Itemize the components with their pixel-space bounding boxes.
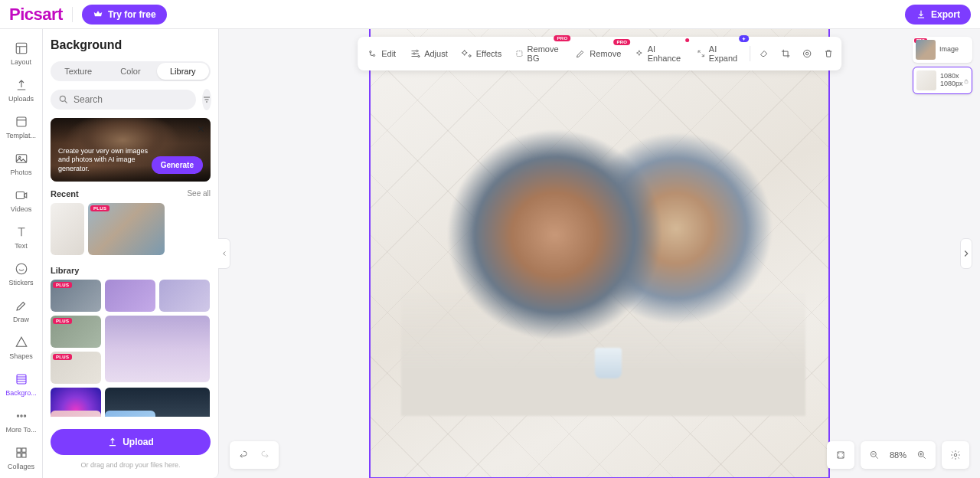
- redo-button[interactable]: [254, 444, 276, 466]
- zoom-out-button[interactable]: [864, 444, 885, 466]
- close-icon[interactable]: ×: [198, 123, 204, 136]
- layer-item-image[interactable]: PRO Image: [913, 37, 972, 63]
- stickers-icon: [15, 262, 28, 276]
- eraser-button[interactable]: [754, 44, 774, 64]
- canvas-wrap[interactable]: [219, 29, 980, 478]
- plus-badge: PLUS: [53, 318, 72, 324]
- dot-badge: [685, 38, 689, 42]
- videos-icon: [15, 188, 28, 202]
- expand-layers-handle[interactable]: [960, 238, 972, 269]
- search-input[interactable]: [74, 94, 188, 105]
- layer-item-background[interactable]: 1080x1080px: [913, 67, 972, 94]
- search-box[interactable]: [51, 90, 196, 110]
- tool-label: Edit: [381, 49, 396, 58]
- svg-point-5: [16, 264, 27, 274]
- recent-header: Recent See all: [51, 189, 211, 198]
- try-free-button[interactable]: Try for free: [82, 5, 167, 25]
- filter-button[interactable]: [202, 89, 211, 110]
- sidebar-item-shapes[interactable]: Shapes: [0, 329, 42, 366]
- tab-library[interactable]: Library: [157, 63, 209, 80]
- sidebar-item-videos[interactable]: Videos: [0, 182, 42, 219]
- library-thumb[interactable]: PLUS: [51, 316, 101, 348]
- svg-rect-20: [517, 51, 522, 57]
- library-thumb[interactable]: PLUS: [51, 280, 101, 312]
- layer-label: Image: [939, 46, 959, 54]
- divider: [72, 7, 73, 22]
- sidebar-item-layout[interactable]: Layout: [0, 35, 42, 72]
- artboard[interactable]: [369, 29, 830, 478]
- svg-rect-12: [17, 453, 21, 457]
- export-button[interactable]: Export: [905, 5, 971, 25]
- sidebar-item-uploads[interactable]: Uploads: [0, 72, 42, 109]
- photos-icon: [15, 152, 28, 165]
- library-thumb[interactable]: [159, 280, 210, 312]
- effects-icon: [462, 48, 472, 59]
- collapse-panel-handle[interactable]: [218, 238, 230, 269]
- adjust-button[interactable]: Adjust: [403, 44, 454, 64]
- upload-label: Upload: [122, 437, 154, 447]
- library-thumb[interactable]: [105, 280, 155, 312]
- try-free-label: Try for free: [108, 9, 156, 20]
- library-thumb[interactable]: [105, 316, 210, 382]
- tool-label: AI Expand: [709, 44, 740, 63]
- crop-button[interactable]: [776, 44, 795, 64]
- templates-icon: [15, 115, 28, 129]
- layer-thumb: [916, 40, 936, 60]
- sidebar-item-text[interactable]: Text: [0, 219, 42, 256]
- chevron-left-icon: [220, 250, 228, 257]
- logo[interactable]: Picsart: [9, 5, 63, 25]
- promo-text: Create your very own images and photos w…: [58, 147, 152, 174]
- sidebar-item-background[interactable]: Backgro...: [0, 366, 42, 403]
- undo-button[interactable]: [233, 444, 254, 466]
- svg-rect-0: [16, 43, 27, 54]
- recent-thumb[interactable]: [51, 203, 84, 255]
- svg-point-14: [60, 96, 65, 101]
- generate-button[interactable]: Generate: [152, 156, 203, 174]
- sidebar-item-stickers[interactable]: Stickers: [0, 256, 42, 293]
- ai-generator-promo[interactable]: × Create your very own images and photos…: [51, 118, 211, 182]
- layer-label: 1080x1080px: [940, 73, 963, 88]
- library-thumb[interactable]: PLUS: [51, 352, 101, 384]
- library-thumb[interactable]: [51, 411, 101, 417]
- adjust-icon: [410, 48, 420, 59]
- upload-button[interactable]: Upload: [51, 429, 211, 455]
- zoom-in-icon: [916, 450, 927, 460]
- tab-color[interactable]: Color: [104, 63, 156, 80]
- sidebar-item-more-tools[interactable]: More To...: [0, 403, 42, 440]
- see-all-link[interactable]: See all: [187, 189, 211, 198]
- ai-expand-button[interactable]: AI Expand✦: [691, 40, 746, 67]
- library-thumb[interactable]: [105, 411, 155, 417]
- remove-bg-button[interactable]: Remove BGPRO: [509, 40, 567, 67]
- fit-button[interactable]: [830, 444, 851, 466]
- edit-button[interactable]: Edit: [361, 44, 402, 64]
- ai-enhance-button[interactable]: AI Enhance: [629, 40, 688, 67]
- sidebar-item-label: Photos: [10, 169, 31, 176]
- canvas-image[interactable]: [401, 103, 805, 416]
- trash-icon: [823, 48, 834, 59]
- gear-icon: [950, 450, 961, 460]
- toolbar-separator: [750, 46, 750, 61]
- zoom-in-button[interactable]: [911, 444, 933, 466]
- background-icon: [15, 372, 28, 386]
- drop-hint: Or drag and drop your files here.: [51, 461, 211, 469]
- tab-texture[interactable]: Texture: [52, 63, 104, 80]
- sidebar-item-collages[interactable]: Collages: [0, 440, 42, 476]
- svg-point-17: [416, 50, 417, 51]
- dim-h: 1080px: [940, 80, 963, 87]
- remove-button[interactable]: RemovePRO: [569, 44, 627, 64]
- sidebar-item-draw[interactable]: Draw: [0, 293, 42, 329]
- svg-point-21: [803, 50, 810, 57]
- delete-button[interactable]: [818, 44, 838, 64]
- target-button[interactable]: [797, 44, 817, 64]
- pro-badge: PRO: [613, 39, 630, 45]
- sidebar-item-photos[interactable]: Photos: [0, 146, 42, 182]
- zoom-value[interactable]: 88%: [885, 450, 911, 460]
- context-toolbar: Edit Adjust Effects Remove BGPRO RemoveP…: [358, 37, 841, 70]
- effects-button[interactable]: Effects: [456, 44, 508, 64]
- search-row: [51, 89, 211, 110]
- recent-thumb[interactable]: PLUS: [88, 203, 165, 255]
- sidebar: Layout Uploads Templat... Photos Videos …: [0, 29, 43, 478]
- settings-button[interactable]: [945, 444, 966, 466]
- sidebar-item-templates[interactable]: Templat...: [0, 109, 42, 146]
- svg-rect-11: [21, 448, 25, 452]
